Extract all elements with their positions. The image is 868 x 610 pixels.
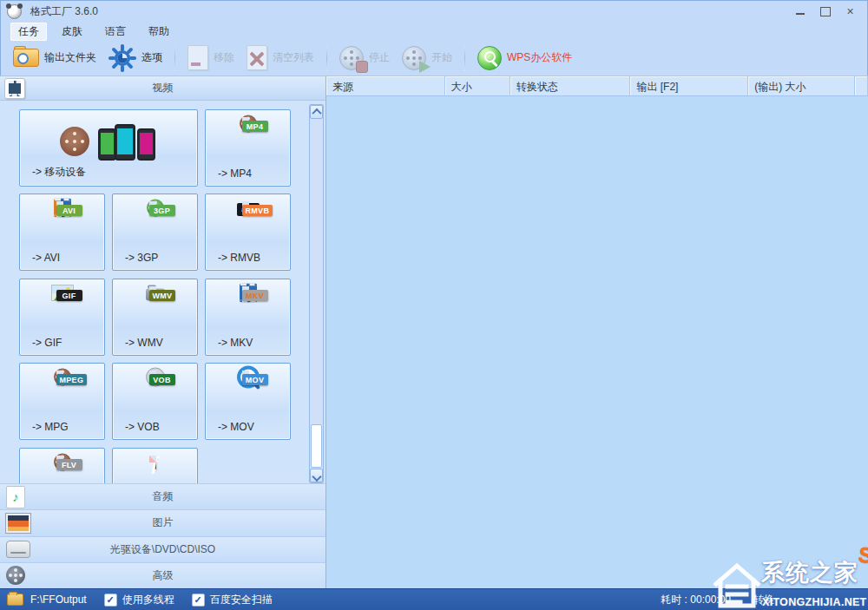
format-tile-mp4[interactable]: MP4-> MP4 bbox=[205, 109, 291, 187]
toolbar-button-label: 停止 bbox=[369, 50, 390, 65]
checkbox-icon[interactable]: ✓ bbox=[104, 594, 117, 607]
start-icon bbox=[402, 46, 426, 70]
column-header-1[interactable]: 大小 bbox=[445, 76, 510, 95]
section-header-video[interactable]: 视频 bbox=[0, 76, 326, 101]
format-badge: WMV bbox=[149, 290, 176, 301]
picture-icon bbox=[6, 514, 30, 533]
swf-flash-icon: f bbox=[155, 456, 156, 469]
format-tile-3gp[interactable]: 3GP-> 3GP bbox=[112, 193, 198, 271]
format-tile-flv[interactable]: FLV bbox=[19, 448, 105, 483]
checkbox-icon[interactable]: ✓ bbox=[192, 594, 205, 607]
toolbar-button-options[interactable]: 选项 bbox=[102, 42, 168, 75]
conversion-text: 转换 bbox=[753, 593, 774, 607]
menu-item-skin[interactable]: 皮肤 bbox=[54, 23, 90, 41]
column-header-0[interactable]: 来源 bbox=[326, 76, 445, 95]
toolbar-separator bbox=[326, 45, 327, 71]
category-label: 音频 bbox=[0, 489, 326, 504]
format-tile-mkv[interactable]: MKV-> MKV bbox=[205, 279, 291, 356]
category-advanced[interactable]: 高级 bbox=[0, 562, 326, 588]
file-page-shape: 3GP bbox=[155, 201, 156, 215]
file-page-shape: AVI bbox=[62, 201, 63, 215]
wps-icon bbox=[477, 46, 502, 70]
mp4-file-icon: MP4 bbox=[247, 118, 249, 130]
category-label: 高级 bbox=[0, 568, 326, 583]
column-header-3[interactable]: 输出 [F2] bbox=[630, 76, 748, 95]
scroll-up-button[interactable] bbox=[310, 105, 323, 119]
scroll-down-button[interactable] bbox=[310, 469, 323, 482]
scrollbar-thumb[interactable] bbox=[311, 424, 322, 468]
mov-quicktime-icon: MOV bbox=[247, 371, 249, 384]
task-list-body[interactable] bbox=[326, 95, 868, 588]
task-list-pane: 来源大小转换状态输出 [F2](输出) 大小 bbox=[326, 76, 868, 588]
chevron-up-icon bbox=[312, 108, 321, 118]
mpeg-file-icon: MPEG bbox=[62, 371, 63, 384]
3gp-file-icon: 3GP bbox=[155, 202, 156, 214]
toolbar-button-label: 输出文件夹 bbox=[44, 50, 96, 65]
rmvb-file-icon: RMVBreal bbox=[247, 202, 249, 214]
maximize-button[interactable] bbox=[812, 2, 838, 21]
file-page-shape: MPEG bbox=[62, 371, 63, 384]
file-page-shape: MOV bbox=[247, 371, 249, 384]
format-badge: MKV bbox=[242, 290, 268, 301]
format-tile-label: -> RMVB bbox=[218, 252, 260, 264]
gif-file-icon: GIF bbox=[62, 287, 63, 299]
toolbar-button-wps[interactable]: WPS办公软件 bbox=[471, 43, 578, 73]
format-tile-vob[interactable]: VOB-> VOB bbox=[112, 363, 198, 440]
format-tile-rmvb[interactable]: RMVBreal-> RMVB bbox=[205, 193, 291, 271]
tile-scrollbar[interactable] bbox=[309, 104, 324, 483]
toolbar-button-clear-list: 清空列表 bbox=[240, 43, 320, 73]
toolbar-button-label: 移除 bbox=[214, 50, 234, 65]
output-path[interactable]: F:\FFOutput bbox=[30, 594, 87, 606]
menu-item-help[interactable]: 帮助 bbox=[141, 23, 177, 41]
menu-item-task[interactable]: 任务 bbox=[10, 23, 47, 41]
toolbar-button-label: 选项 bbox=[141, 50, 162, 65]
mobile-devices-icon bbox=[60, 118, 157, 168]
toolbar: 输出文件夹选项移除清空列表停止开始WPS办公软件 bbox=[0, 40, 868, 76]
maximize-icon bbox=[820, 7, 831, 16]
format-tile-label: -> MPG bbox=[32, 421, 69, 433]
format-glyph: f bbox=[152, 454, 158, 473]
toolbar-button-start: 开始 bbox=[396, 43, 458, 73]
column-header-2[interactable]: 转换状态 bbox=[510, 76, 631, 95]
format-tile-mobile[interactable]: -> 移动设备 bbox=[19, 109, 198, 187]
disc-drive-icon bbox=[6, 541, 30, 558]
file-page-shape: GIF bbox=[62, 286, 63, 300]
output-folder-mini-icon bbox=[7, 594, 23, 606]
format-tile-label: -> AVI bbox=[32, 252, 60, 264]
menu-item-language[interactable]: 语言 bbox=[97, 23, 134, 41]
statusbar-checkbox-1[interactable]: ✓百度安全扫描 bbox=[192, 593, 273, 607]
format-tile-label: -> 移动设备 bbox=[32, 165, 86, 180]
minimize-button[interactable] bbox=[787, 2, 812, 21]
format-tile-label: -> MKV bbox=[218, 337, 253, 349]
category-picture[interactable]: 图片 bbox=[0, 509, 326, 535]
file-page-shape: f bbox=[155, 456, 156, 469]
close-icon: × bbox=[846, 5, 853, 17]
format-tile-swf[interactable]: f bbox=[112, 448, 198, 483]
column-header-4[interactable]: (输出) 大小 bbox=[748, 76, 855, 95]
toolbar-button-label: 开始 bbox=[431, 50, 452, 65]
format-tile-avi[interactable]: AVI-> AVI bbox=[19, 193, 105, 271]
format-tile-wmv[interactable]: WMV-> WMV bbox=[112, 279, 198, 356]
category-audio[interactable]: ♪音频 bbox=[0, 483, 326, 509]
clear-list-icon bbox=[247, 45, 267, 70]
flv-file-icon: FLV bbox=[62, 456, 63, 469]
close-button[interactable]: × bbox=[838, 2, 863, 21]
vob-file-icon: VOB bbox=[155, 371, 156, 384]
avi-file-icon: AVI bbox=[62, 202, 63, 214]
status-bar: F:\FFOutput ✓使用多线程✓百度安全扫描 耗时 : 00:00:00 … bbox=[0, 588, 868, 610]
remove-file-icon bbox=[187, 45, 208, 70]
format-tile-mpg[interactable]: MPEG-> MPG bbox=[19, 363, 105, 440]
file-page-shape: MKV bbox=[247, 286, 249, 300]
format-tile-gif[interactable]: GIF-> GIF bbox=[19, 279, 105, 356]
format-tile-mov[interactable]: MOV-> MOV bbox=[205, 363, 291, 440]
statusbar-right: 耗时 : 00:00:00 转换 bbox=[661, 593, 774, 607]
mkv-file-icon: MKV bbox=[247, 287, 249, 299]
statusbar-checkbox-0[interactable]: ✓使用多线程 bbox=[104, 593, 174, 607]
format-tile-label: -> WMV bbox=[125, 337, 163, 349]
toolbar-button-output-folder[interactable]: 输出文件夹 bbox=[7, 46, 102, 69]
category-disc[interactable]: 光驱设备\DVD\CD\ISO bbox=[0, 536, 326, 562]
checkbox-label: 百度安全扫描 bbox=[210, 593, 273, 607]
format-badge: AVI bbox=[56, 205, 82, 216]
window-controls: × bbox=[787, 2, 868, 21]
file-page-shape: RMVBreal bbox=[247, 201, 249, 215]
